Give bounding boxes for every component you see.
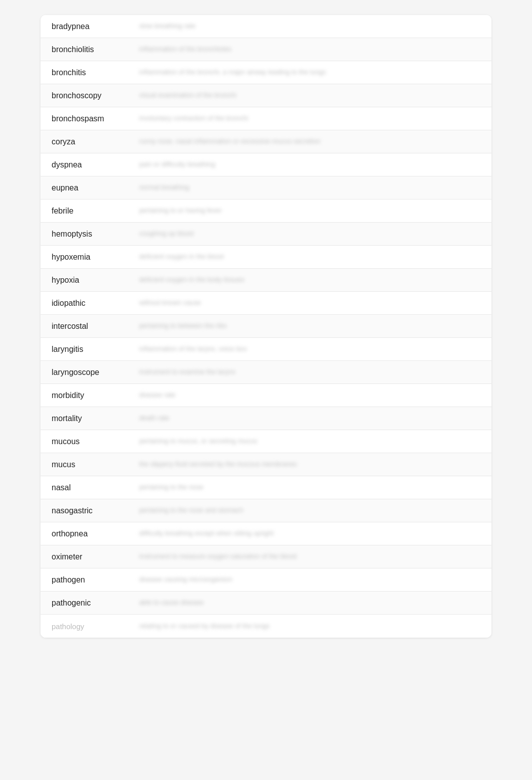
definition-text: slow breathing rate xyxy=(133,21,491,32)
list-item[interactable]: dyspneapain or difficulty breathing xyxy=(41,153,491,176)
term-label: laryngitis xyxy=(41,344,133,355)
list-item[interactable]: intercostalpertaining to between the rib… xyxy=(41,315,491,338)
list-item[interactable]: hypoxemiadeficient oxygen in the blood xyxy=(41,246,491,269)
term-label: bronchiolitis xyxy=(41,44,133,55)
definition-text: pertaining to mucus, or secreting mucus xyxy=(133,436,491,447)
list-item[interactable]: bronchitisinflammation of the bronchi, a… xyxy=(41,61,491,84)
term-label: nasogastric xyxy=(41,505,133,516)
term-label: hemoptysis xyxy=(41,229,133,240)
term-label: febrile xyxy=(41,206,133,217)
term-label: pathogen xyxy=(41,574,133,586)
definition-text: coughing up blood xyxy=(133,228,491,240)
term-label: oximeter xyxy=(41,551,133,562)
term-label: laryngoscope xyxy=(41,367,133,378)
list-item[interactable]: laryngitisinflammation of the larynx, vo… xyxy=(41,338,491,361)
definition-text: pertaining to the nose and stomach xyxy=(133,505,491,516)
term-label: mucous xyxy=(41,436,133,447)
list-item[interactable]: mucusthe slippery fluid secreted by the … xyxy=(41,453,491,476)
definition-text: inflammation of the bronchi, a major air… xyxy=(133,67,491,78)
list-item[interactable]: pathogendisease causing microorganism xyxy=(41,568,491,592)
list-item[interactable]: idiopathicwithout known cause xyxy=(41,292,491,315)
list-item[interactable]: bradypneaslow breathing rate xyxy=(41,15,491,38)
list-item[interactable]: coryzarunny nose, nasal inflammation or … xyxy=(41,130,491,153)
definition-text: involuntary contraction of the bronchi xyxy=(133,113,491,124)
term-label: pathology xyxy=(41,621,133,632)
definition-text: deficient oxygen in the body tissues xyxy=(133,274,491,286)
term-label: coryza xyxy=(41,136,133,147)
definition-text: visual examination of the bronchi xyxy=(133,90,491,101)
list-item[interactable]: pathogenicable to cause disease xyxy=(41,592,491,615)
definition-text: normal breathing xyxy=(133,182,491,193)
definition-text: difficulty breathing except when sitting… xyxy=(133,528,491,539)
definition-text: instrument to measure oxygen saturation … xyxy=(133,551,491,562)
term-label: morbidity xyxy=(41,390,133,401)
definition-text: runny nose, nasal inflammation or excess… xyxy=(133,136,491,147)
term-label: pathogenic xyxy=(41,598,133,609)
list-item[interactable]: laryngoscopeinstrument to examine the la… xyxy=(41,361,491,384)
term-label: bronchoscopy xyxy=(41,90,133,101)
list-item[interactable]: orthopneadifficulty breathing except whe… xyxy=(41,522,491,545)
term-label: dyspnea xyxy=(41,159,133,170)
definition-text: pertaining to the nose xyxy=(133,482,491,493)
list-item[interactable]: febrilepertaining to or having fever xyxy=(41,200,491,223)
definition-text: the slippery fluid secreted by the mucou… xyxy=(133,459,491,470)
term-label: bronchitis xyxy=(41,67,133,78)
term-label: intercostal xyxy=(41,321,133,332)
definition-text: death rate xyxy=(133,413,491,424)
list-item[interactable]: nasalpertaining to the nose xyxy=(41,476,491,499)
list-item[interactable]: oximeterinstrument to measure oxygen sat… xyxy=(41,545,491,568)
term-label: nasal xyxy=(41,482,133,493)
list-item[interactable]: morbiditydisease rate xyxy=(41,384,491,407)
list-item[interactable]: pathologyrelating to or caused by diseas… xyxy=(41,615,491,638)
list-item[interactable]: hemoptysiscoughing up blood xyxy=(41,223,491,246)
term-label: bronchospasm xyxy=(41,113,133,124)
definition-text: pain or difficulty breathing xyxy=(133,159,491,170)
definition-text: relating to or caused by disease of the … xyxy=(133,621,491,632)
term-label: hypoxia xyxy=(41,275,133,286)
definition-text: disease rate xyxy=(133,389,491,401)
definition-text: able to cause disease xyxy=(133,597,491,609)
term-label: bradypnea xyxy=(41,21,133,32)
definition-text: inflammation of the larynx, voice box xyxy=(133,343,491,355)
term-label: mucus xyxy=(41,459,133,470)
definition-text: deficient oxygen in the blood xyxy=(133,251,491,263)
definition-text: pertaining to or having fever xyxy=(133,205,491,217)
term-label: orthopnea xyxy=(41,528,133,539)
term-label: mortality xyxy=(41,413,133,424)
list-item[interactable]: eupneanormal breathing xyxy=(41,176,491,200)
list-item[interactable]: bronchoscopyvisual examination of the br… xyxy=(41,84,491,107)
medical-terms-list: bradypneaslow breathing ratebronchioliti… xyxy=(41,15,491,638)
list-item[interactable]: mortalitydeath rate xyxy=(41,407,491,430)
list-item[interactable]: bronchospasminvoluntary contraction of t… xyxy=(41,107,491,130)
list-item[interactable]: bronchiolitisinflammation of the bronchi… xyxy=(41,38,491,61)
definition-text: inflammation of the bronchioles xyxy=(133,44,491,55)
definition-text: without known cause xyxy=(133,297,491,309)
list-item[interactable]: mucouspertaining to mucus, or secreting … xyxy=(41,430,491,453)
term-label: hypoxemia xyxy=(41,252,133,263)
definition-text: disease causing microorganism xyxy=(133,574,491,586)
term-label: idiopathic xyxy=(41,298,133,309)
definition-text: pertaining to between the ribs xyxy=(133,320,491,332)
list-item[interactable]: hypoxiadeficient oxygen in the body tiss… xyxy=(41,269,491,292)
term-label: eupnea xyxy=(41,182,133,193)
list-item[interactable]: nasogastricpertaining to the nose and st… xyxy=(41,499,491,522)
definition-text: instrument to examine the larynx xyxy=(133,366,491,378)
